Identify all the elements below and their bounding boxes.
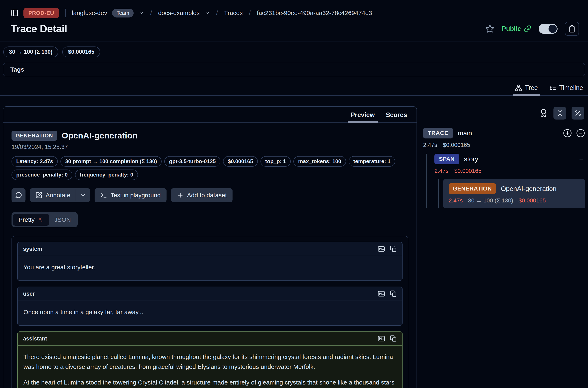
trash-icon: [568, 25, 576, 33]
observation-header: GENERATION OpenAI-generation: [12, 131, 408, 141]
tree-node-generation-selected[interactable]: GENERATION OpenAI-generation 2.47s 30 → …: [443, 179, 585, 208]
model-badge[interactable]: gpt-3.5-turbo-0125: [164, 156, 220, 167]
token-usage-badge: 30 prompt → 100 completion (Σ 130): [60, 156, 162, 167]
tree-node-span[interactable]: SPAN story −: [434, 154, 585, 164]
message-card-assistant: assistant There existed: [17, 331, 403, 388]
add-to-dataset-label: Add to dataset: [187, 192, 227, 199]
generation-type-badge: GENERATION: [449, 183, 496, 194]
breadcrumb-project[interactable]: docs-examples: [158, 9, 200, 17]
span-type-badge: SPAN: [434, 154, 459, 164]
message-role: assistant: [23, 336, 47, 342]
add-to-dataset-button[interactable]: Add to dataset: [171, 188, 232, 202]
plus-circle-icon[interactable]: [563, 129, 572, 138]
message-header: user: [18, 287, 402, 301]
chevron-down-icon[interactable]: [204, 10, 210, 16]
messages-container: system You are a great storyteller.: [12, 236, 408, 388]
message-content: You are a great storyteller.: [18, 256, 402, 280]
public-toggle[interactable]: [539, 24, 558, 34]
tab-timeline[interactable]: Timeline: [549, 84, 583, 92]
tab-preview[interactable]: Preview: [351, 111, 375, 119]
top-p-badge: top_p: 1: [260, 156, 291, 167]
trace-stats: 30 → 100 (Σ 130) $0.000165: [0, 42, 588, 57]
list-tree-icon: [549, 84, 556, 91]
observation-badges: Latency: 2.47s 30 prompt → 100 completio…: [12, 156, 408, 180]
collapse-icon: [556, 109, 564, 117]
trace-name: main: [458, 129, 472, 137]
collapse-all-button[interactable]: [553, 107, 566, 120]
environment-badge[interactable]: PROD-EU: [23, 8, 59, 18]
panel-tabs: Preview Scores: [3, 107, 417, 123]
cost-badge: $0.000165: [223, 156, 258, 167]
trace-cost: $0.000165: [443, 142, 470, 148]
toggle-knob: [548, 25, 557, 33]
breadcrumb-divider: [65, 9, 66, 17]
delete-trace-button[interactable]: [565, 22, 579, 36]
message-header: system: [18, 242, 402, 256]
annotate-button[interactable]: Annotate: [30, 188, 76, 202]
message-content: Once upon a time in a galaxy far, far aw…: [18, 301, 402, 325]
annotate-dropdown-button[interactable]: [76, 188, 90, 202]
copy-icon: [390, 245, 397, 252]
markdown-toggle-button[interactable]: [378, 245, 385, 253]
tab-scores[interactable]: Scores: [386, 111, 407, 119]
comment-button[interactable]: [12, 188, 25, 202]
tree-node-trace[interactable]: TRACE main: [423, 128, 585, 139]
test-in-playground-button[interactable]: Test in playground: [94, 188, 166, 202]
json-toggle-button[interactable]: JSON: [49, 214, 76, 226]
public-share-link[interactable]: Public: [502, 25, 531, 32]
breadcrumb-separator: /: [248, 9, 252, 17]
message-content: There existed a majestic planet called L…: [18, 346, 402, 388]
breadcrumb-separator: /: [215, 9, 219, 17]
tab-tree[interactable]: Tree: [515, 84, 538, 92]
span-collapse-toggle[interactable]: −: [579, 155, 584, 163]
generation-name: OpenAI-generation: [501, 185, 556, 193]
latency-badge: Latency: 2.47s: [12, 156, 58, 167]
span-cost: $0.000165: [454, 168, 481, 174]
copy-button[interactable]: [390, 245, 397, 252]
trace-type-badge: TRACE: [423, 128, 453, 139]
copy-button[interactable]: [390, 290, 397, 297]
pretty-label: Pretty: [19, 216, 35, 223]
markdown-icon: [378, 245, 385, 253]
panel-left-icon[interactable]: [11, 9, 19, 17]
test-in-playground-label: Test in playground: [111, 192, 161, 199]
annotate-split-button: Annotate: [30, 188, 90, 202]
plus-icon: [177, 192, 184, 199]
pretty-toggle-button[interactable]: Pretty: [13, 214, 49, 226]
title-row: Trace Detail Public: [0, 20, 588, 42]
percent-view-button[interactable]: [571, 107, 584, 120]
span-children: GENERATION OpenAI-generation 2.47s 30 → …: [438, 179, 585, 208]
markdown-toggle-button[interactable]: [378, 290, 385, 298]
copy-button[interactable]: [390, 335, 397, 342]
org-type-badge: Team: [112, 9, 134, 18]
observation-type-badge: GENERATION: [12, 131, 57, 141]
message-tools: [378, 245, 397, 253]
page-title: Trace Detail: [11, 23, 67, 35]
span-name: story: [464, 155, 478, 163]
tags-box[interactable]: Tags: [3, 63, 585, 76]
link-icon: [524, 25, 531, 32]
award-icon[interactable]: [539, 109, 548, 118]
star-icon[interactable]: [485, 24, 495, 33]
markdown-icon: [378, 290, 385, 298]
breadcrumb-trace-id: fac231bc-90ee-490a-aa32-78c4269474e3: [257, 9, 372, 17]
breadcrumb-separator: /: [149, 9, 153, 17]
chevron-down-icon: [80, 192, 86, 198]
percent-icon: [574, 109, 582, 117]
message-role: system: [23, 246, 42, 252]
message-tools: [378, 335, 397, 342]
generation-metrics: 2.47s 30 → 100 (Σ 130) $0.000165: [449, 197, 580, 204]
breadcrumb-traces[interactable]: Traces: [224, 9, 243, 17]
observation-name: OpenAI-generation: [62, 131, 137, 141]
format-toggle: Pretty JSON: [12, 212, 78, 227]
breadcrumb-org[interactable]: langfuse-dev: [72, 9, 107, 17]
observation-body: GENERATION OpenAI-generation 19/03/2024,…: [3, 123, 417, 388]
tab-timeline-label: Timeline: [559, 84, 583, 92]
message-role: user: [23, 291, 35, 297]
title-actions: Public: [485, 22, 579, 36]
markdown-toggle-button[interactable]: [378, 335, 385, 342]
chevron-down-icon[interactable]: [138, 10, 144, 16]
terminal-icon: [100, 192, 107, 199]
markdown-icon: [378, 335, 385, 342]
minus-circle-icon[interactable]: [576, 129, 585, 138]
